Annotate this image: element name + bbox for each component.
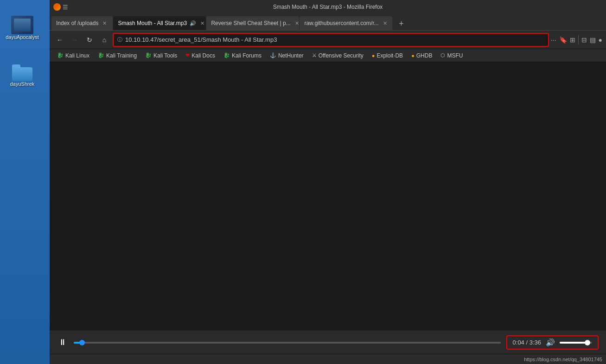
tab-close-btn-4[interactable]: ✕ <box>382 20 389 27</box>
tab-label: Smash Mouth - All Star.mp3 <box>118 20 187 26</box>
audio-player: ⏸ 0:04 / 3:36 🔊 <box>50 331 606 354</box>
bookmark-icon: 🐉 <box>57 52 64 58</box>
address-bar[interactable]: ⓘ 10.10.10.47/secret_area_51/Smash Mouth… <box>113 33 549 47</box>
bookmark-kali-forums[interactable]: 🐉 Kali Forums <box>220 51 265 60</box>
bookmark-icon-7: ⚔ <box>312 52 317 58</box>
bookmark-icon-10: ⬡ <box>440 52 445 58</box>
library-icon[interactable]: ⊟ <box>581 36 587 44</box>
desktop: dayuApocalyst dayuShrek ☰ Smash Mouth - … <box>0 0 606 364</box>
firefox-window: ☰ Smash Mouth - All Star.mp3 - Mozilla F… <box>50 0 606 364</box>
bookmark-label-4: Kali Docs <box>191 52 215 59</box>
bookmark-label-2: Kali Training <box>106 52 137 59</box>
home-button[interactable]: ⌂ <box>98 33 111 46</box>
reader-mode-icon[interactable]: ⊞ <box>570 36 575 44</box>
content-area: ⏸ 0:04 / 3:36 🔊 <box>50 62 606 354</box>
volume-fill <box>560 342 587 344</box>
bookmark-ghdb[interactable]: ● GHDB <box>408 51 436 60</box>
bookmark-icon-2: 🐉 <box>98 52 104 58</box>
sidebar-icon[interactable]: ▤ <box>590 36 596 44</box>
bookmark-label-7: Offensive Security <box>319 52 364 59</box>
profile-icon[interactable]: ● <box>599 36 602 44</box>
bookmark-exploit-db[interactable]: ● Exploit-DB <box>368 51 407 60</box>
tabbar: Index of /uploads ✕ Smash Mouth - All St… <box>50 14 606 31</box>
navbar: ← → ↻ ⌂ ⓘ 10.10.10.47/secret_area_51/Sma… <box>50 31 606 49</box>
hamburger-icon[interactable]: ··· <box>551 36 556 44</box>
bookmark-kali-tools[interactable]: 🐉 Kali Tools <box>141 51 181 60</box>
bookmark-label-8: Exploit-DB <box>376 52 403 59</box>
forward-button[interactable]: → <box>68 33 81 46</box>
volume-slider[interactable] <box>560 342 592 344</box>
time-display: 0:04 / 3:36 <box>513 339 541 346</box>
desktop-icon-dayuApocalyst[interactable]: dayuApocalyst <box>4 14 41 42</box>
firefox-logo <box>53 3 61 11</box>
volume-icon[interactable]: 🔊 <box>546 338 555 347</box>
bookmark-label-3: Kali Tools <box>153 52 177 59</box>
bookmark-label-9: GHDB <box>416 52 433 59</box>
nav-extras: ··· 🔖 ⊞ ⊟ ▤ ● <box>551 35 602 45</box>
tab-close-btn[interactable]: ✕ <box>101 20 108 27</box>
bookmark-kali-training[interactable]: 🐉 Kali Training <box>94 51 140 60</box>
bookmark-kali-docs[interactable]: ❤ Kali Docs <box>182 51 219 60</box>
security-icon: ⓘ <box>117 36 122 43</box>
tab-smash-mouth[interactable]: Smash Mouth - All Star.mp3 🔊 ✕ <box>113 16 206 30</box>
progress-bar[interactable] <box>74 342 501 344</box>
pause-button[interactable]: ⏸ <box>57 337 68 348</box>
time-volume-box: 0:04 / 3:36 🔊 <box>506 335 599 350</box>
bookmark-star-icon[interactable]: 🔖 <box>559 36 567 44</box>
bookmark-icon-8: ● <box>372 53 375 58</box>
new-tab-button[interactable]: + <box>395 17 408 30</box>
tab-raw-github[interactable]: raw.githubusercontent.com/r... ✕ <box>300 16 392 30</box>
volume-thumb <box>585 340 590 345</box>
desktop-background: dayuApocalyst dayuShrek <box>0 0 50 364</box>
firefox-icon: ☰ <box>53 3 68 11</box>
desktop-icon-label: dayuApocalyst <box>6 34 39 40</box>
statusbar-url: https://blog.csdn.net/qq_34801745 <box>524 357 602 362</box>
url-display[interactable]: 10.10.10.47/secret_area_51/Smash Mouth -… <box>125 36 544 43</box>
back-button[interactable]: ← <box>53 33 66 46</box>
desktop-icon-dayuShrek[interactable]: dayuShrek <box>4 63 41 89</box>
tab-close-btn-2[interactable]: ✕ <box>199 20 206 27</box>
bookmark-icon-3: 🐉 <box>145 52 152 58</box>
reload-button[interactable]: ↻ <box>83 33 96 46</box>
divider <box>578 35 579 45</box>
bookmark-label: Kali Linux <box>65 52 89 59</box>
bookmark-icon-9: ● <box>411 53 415 58</box>
bookmark-msfu[interactable]: ⬡ MSFU <box>437 51 466 60</box>
titlebar: ☰ Smash Mouth - All Star.mp3 - Mozilla F… <box>50 0 606 14</box>
tab-index-uploads[interactable]: Index of /uploads ✕ <box>51 16 113 30</box>
tab-close-btn-3[interactable]: ✕ <box>293 20 300 27</box>
bookmark-offensive-security[interactable]: ⚔ Offensive Security <box>308 51 367 60</box>
audio-playing-icon: 🔊 <box>190 20 196 26</box>
tab-reverse-shell[interactable]: Reverse Shell Cheat Sheet | p... ✕ <box>206 16 299 30</box>
url-host: 10.10.10.47/secret_area_51/Smash Mouth -… <box>125 36 277 43</box>
desktop-icon-label-2: dayuShrek <box>10 81 35 87</box>
bookmark-icon-5: 🐉 <box>223 52 230 58</box>
bookmark-icon-4: ❤ <box>185 52 190 58</box>
bookmark-label-6: NetHunter <box>278 52 304 59</box>
bookmarks-bar: 🐉 Kali Linux 🐉 Kali Training 🐉 Kali Tool… <box>50 49 606 62</box>
tab-label: Reverse Shell Cheat Sheet | p... <box>211 20 290 26</box>
firefox-menu-icon: ☰ <box>63 4 68 11</box>
bookmark-kali-linux[interactable]: 🐉 Kali Linux <box>53 51 93 60</box>
tab-label: Index of /uploads <box>56 20 98 26</box>
bookmark-icon-6: ⚓ <box>270 52 276 58</box>
tab-label: raw.githubusercontent.com/r... <box>304 20 378 26</box>
bookmark-label-10: MSFU <box>447 52 463 59</box>
progress-thumb <box>79 340 85 345</box>
statusbar: https://blog.csdn.net/qq_34801745 <box>50 354 606 364</box>
bookmark-nethunter[interactable]: ⚓ NetHunter <box>266 51 307 60</box>
window-title: Smash Mouth - All Star.mp3 - Mozilla Fir… <box>273 4 383 10</box>
bookmark-label-5: Kali Forums <box>232 52 262 59</box>
